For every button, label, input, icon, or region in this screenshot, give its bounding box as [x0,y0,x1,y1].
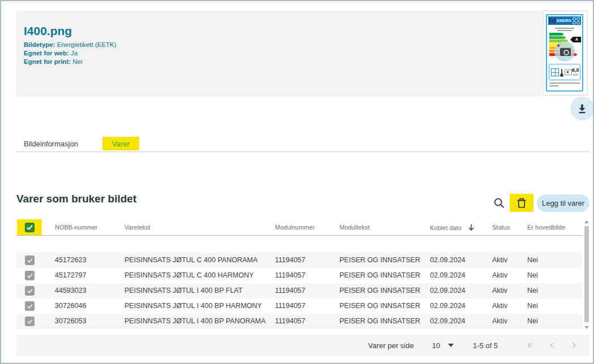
section-heading: Varer som bruker bildet [16,193,136,205]
scroll-down-arrow-icon[interactable] [584,326,589,329]
camera-overlay-icon: + [554,41,575,62]
scroll-up-arrow-icon[interactable] [584,220,589,223]
per-page-select[interactable]: 10 [432,341,453,350]
image-metadata: Bildetype: Energietikett (EETK) Egnet fo… [24,41,117,66]
table-row: 45172797 PEISINNSATS JØTUL C 400 HARMONY… [16,268,583,283]
column-header-hovedbilde[interactable]: Er hovedbilde [527,224,565,231]
image-thumbnail[interactable]: ENERG A + [543,11,588,96]
row-checkbox[interactable] [25,301,35,311]
search-icon [493,197,505,209]
cell-status: Aktiv [492,268,507,283]
cell-modultekst: PEISER OG INNSATSER [339,298,420,314]
pagination-bar: Varer per side 10 1-5 of 5 [16,335,589,356]
check-icon [27,289,33,293]
table-body: 45172623 PEISINNSATS JØTUL C 400 PANORAM… [16,253,583,329]
tab-divider [16,151,589,152]
row-checkbox[interactable] [25,317,35,326]
energy-spec-box: 6,0 kW [549,64,580,80]
row-checkbox[interactable] [25,271,35,280]
cell-hovedbilde: Nei [527,298,538,314]
cell-hovedbilde: Nei [527,253,538,268]
meta-value: Ja [71,50,78,57]
row-checkbox[interactable] [25,286,35,296]
column-header-status[interactable]: Status [492,224,510,231]
file-title: I400.png [24,24,72,38]
cell-modultekst: PEISER OG INNSATSER [339,283,420,298]
previous-page-button[interactable] [545,339,559,352]
table-row: 44593023 PEISINNSATS JØTUL I 400 BP FLAT… [16,283,583,298]
meta-line-print: Egnet for print: Nei [24,58,117,66]
energy-bar [549,33,564,36]
column-header-varetekst[interactable]: Varetekst [124,224,150,231]
delete-button[interactable] [510,194,533,212]
cell-koblet-dato: 02.09.2024 [430,268,466,283]
meta-value: Nei [72,58,82,65]
energy-header-icons [573,17,580,24]
image-info-panel: I400.png Bildetype: Energietikett (EETK)… [16,11,541,97]
column-header-koblet-dato[interactable]: Koblet dato [430,224,475,231]
app-window: I400.png Bildetype: Energietikett (EETK)… [0,0,594,364]
select-all-highlight [17,219,42,235]
cell-varetekst: PEISINNSATS JØTUL C 400 HARMONY [124,268,254,283]
first-page-icon [526,341,535,350]
chevron-left-icon [548,341,557,350]
cell-hovedbilde: Nei [527,314,538,329]
cell-nobb: 44593023 [55,283,87,298]
table-header: NOBB-nummer Varetekst Modulnummer Modult… [1,219,594,235]
thermometer-icon [561,69,562,76]
scrollbar-thumb[interactable] [584,226,589,322]
cell-status: Aktiv [492,253,507,268]
cell-koblet-dato: 02.09.2024 [430,283,466,298]
first-page-button[interactable] [524,339,537,352]
tab-varer[interactable]: Varer [102,137,139,150]
per-page-value: 10 [432,341,440,350]
cell-modultekst: PEISER OG INNSATSER [339,268,420,283]
cell-nobb: 45172623 [55,253,87,268]
check-icon [27,225,33,230]
efficiency-icon [565,70,572,75]
chevron-right-icon [569,341,578,350]
next-page-button[interactable] [567,339,580,352]
energy-label-title: ENERG [557,19,571,23]
column-header-modulnummer[interactable]: Modulnummer [275,224,315,231]
power-value: 6,0 kW [572,68,579,76]
tab-bildeinformasjon[interactable]: Bildeinformasjon [24,140,78,148]
cell-status: Aktiv [492,314,507,329]
table-header-divider [16,235,583,236]
column-header-nobb[interactable]: NOBB-nummer [55,224,97,231]
download-icon [576,102,588,115]
check-icon [27,304,33,309]
meta-label: Bildetype: [24,41,55,48]
cell-koblet-dato: 02.09.2024 [430,298,466,314]
cell-modulnummer: 11194057 [275,298,305,314]
cell-modultekst: PEISER OG INNSATSER [339,314,420,329]
energy-footnote-text [549,83,580,88]
cell-koblet-dato: 02.09.2024 [430,314,466,329]
add-varer-button[interactable]: Legg til varer [537,194,589,212]
energy-bar [549,36,566,39]
cell-varetekst: PEISINNSATS JØTUL I 400 BP HARMONY [124,298,262,314]
cell-nobb: 30726053 [55,314,87,329]
cell-varetekst: PEISINNSATS JØTUL I 400 BP FLAT [124,283,243,298]
search-button[interactable] [492,196,506,210]
cell-varetekst: PEISINNSATS JØTUL I 400 BP PANORAMA [124,314,266,329]
cell-status: Aktiv [492,283,507,298]
check-icon [27,274,33,278]
cell-nobb: 45172797 [55,268,87,283]
stove-icon [551,68,559,76]
chevron-down-icon [448,344,454,347]
select-all-checkbox[interactable] [25,223,35,232]
meta-line-web: Egnet for web: Ja [24,49,117,58]
per-page-label: Varer per side [368,341,414,350]
row-checkbox[interactable] [25,255,35,265]
download-button[interactable] [570,97,594,120]
column-header-modultekst[interactable]: Modultekst [339,224,369,231]
cell-koblet-dato: 02.09.2024 [430,253,466,268]
meta-line-bildetype: Bildetype: Energietikett (EETK) [24,41,117,49]
cell-modulnummer: 11194057 [275,283,305,298]
meta-label: Egnet for web: [24,50,69,57]
cell-modulnummer: 11194057 [275,314,305,329]
cell-hovedbilde: Nei [527,268,538,283]
cell-nobb: 30726046 [55,298,87,314]
vertical-scrollbar[interactable] [584,219,590,330]
